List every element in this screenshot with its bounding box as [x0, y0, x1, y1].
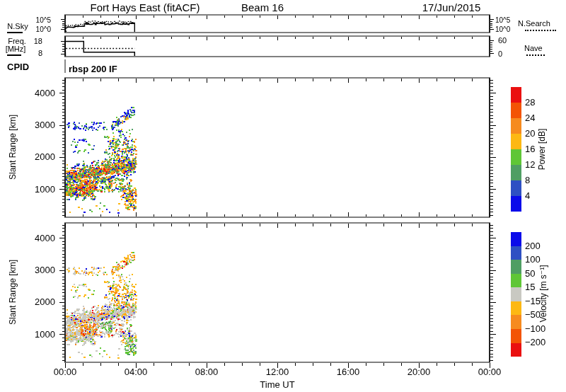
nsearch-dotted-line-key [525, 30, 556, 31]
power-colorbar-tick-label: 8 [525, 175, 530, 185]
cpid-label: CPID [7, 62, 29, 72]
nsky-left-bottom-tick-label: 10^0 [21, 25, 51, 33]
velocity-y-axis-title: Slant Range [km] [8, 260, 18, 325]
nave-dotted-line-key [526, 54, 545, 56]
nave-label: Nave [524, 44, 543, 52]
y-tick-label: 2000 [20, 296, 55, 307]
x-tick-label: 08:00 [185, 367, 228, 377]
velocity-colorbar-segment [511, 315, 521, 329]
y-tick-label: 3000 [20, 120, 55, 130]
y-tick-label: 3000 [20, 265, 55, 275]
velocity-colorbar-segment [511, 232, 521, 246]
velocity-colorbar-segment [511, 301, 521, 316]
velocity-colorbar-tick-label: −50 [525, 309, 541, 320]
x-tick-label: 00:00 [44, 367, 86, 377]
velocity-colorbar-tick-label: 200 [525, 241, 541, 251]
nsky-left-top-tick-label: 10^5 [21, 16, 51, 24]
superdarn-summary-plot: Fort Hays East (fitACF) Beam 16 17/Jun/2… [0, 0, 566, 392]
x-tick-label: 12:00 [256, 367, 299, 377]
velocity-colorbar-tick-label: −100 [525, 323, 545, 334]
velocity-colorbar-tick-label: −15 [525, 296, 541, 306]
power-colorbar-segment [511, 103, 521, 118]
x-axis-title: Time UT [235, 379, 320, 390]
y-tick-label: 2000 [20, 151, 55, 162]
velocity-colorbar-tick-label: 50 [525, 268, 535, 279]
freq-right-bottom-tick-label: 0 [498, 50, 502, 58]
power-colorbar-segment [511, 165, 521, 180]
velocity-colorbar-segment [511, 343, 521, 357]
power-colorbar [511, 87, 521, 212]
power-colorbar-tick-label: 4 [525, 190, 530, 201]
nsky-solid-line-key [7, 32, 23, 33]
power-colorbar-segment [511, 180, 521, 196]
cpid-value: rbsp 200 IF [69, 64, 117, 74]
power-y-axis-title: Slant Range [km] [8, 115, 18, 180]
nsky-right-bottom-tick-label: 10^0 [495, 25, 510, 33]
power-colorbar-tick-label: 12 [525, 159, 535, 170]
x-tick-label: 04:00 [115, 367, 157, 377]
power-colorbar-tick-label: 24 [525, 113, 535, 123]
velocity-colorbar-segment [511, 260, 521, 274]
page-title: Fort Hays East (fitACF) [60, 1, 230, 13]
x-tick-label: 00:00 [468, 367, 511, 377]
y-tick-label: 4000 [20, 88, 55, 98]
velocity-colorbar-segment [511, 274, 521, 288]
power-colorbar-tick-label: 16 [525, 144, 535, 154]
velocity-colorbar-segment [511, 246, 521, 260]
x-tick-label: 20:00 [398, 367, 440, 377]
velocity-colorbar-tick-label: 15 [525, 282, 535, 292]
velocity-colorbar [511, 232, 521, 357]
power-colorbar-segment [511, 134, 521, 149]
velocity-scatter-canvas [65, 223, 490, 362]
power-colorbar-tick-label: 20 [525, 128, 535, 139]
nsky-line [66, 23, 135, 32]
power-colorbar-tick-label: 28 [525, 97, 535, 108]
power-colorbar-segment [511, 149, 521, 165]
freq-left-bottom-tick-label: 8 [14, 49, 42, 57]
power-colorbar-segment [511, 118, 521, 134]
freq-left-top-tick-label: 18 [14, 37, 42, 45]
velocity-colorbar-segment [511, 287, 521, 301]
y-tick-label: 1000 [20, 329, 55, 340]
y-tick-label: 1000 [20, 184, 55, 195]
power-colorbar-segment [511, 87, 521, 103]
velocity-colorbar-tick-label: 100 [525, 254, 541, 265]
nsearch-dotted-line [67, 21, 134, 32]
velocity-colorbar-tick-label: −200 [525, 337, 545, 347]
x-tick-label: 16:00 [327, 367, 369, 377]
nsearch-label: N.Search [518, 19, 550, 28]
power-scatter-canvas [65, 78, 490, 217]
date-label: 17/Jun/2015 [409, 1, 494, 13]
freq-right-top-tick-label: 60 [498, 36, 507, 45]
power-colorbar-title: Power [dB] [537, 129, 547, 171]
beam-label: Beam 16 [227, 1, 298, 13]
power-colorbar-segment [511, 196, 521, 212]
y-tick-label: 4000 [20, 233, 55, 243]
nsky-right-top-tick-label: 10^5 [495, 16, 510, 24]
freq-line [65, 42, 134, 57]
velocity-colorbar-segment [511, 329, 521, 343]
